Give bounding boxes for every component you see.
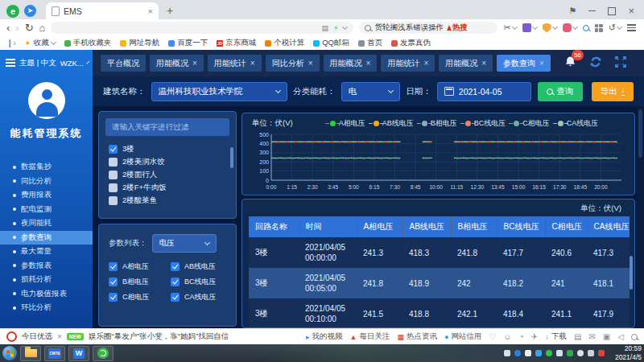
page-scrollbar[interactable]: [637, 106, 644, 328]
checkbox-icon[interactable]: [109, 158, 118, 167]
speaker-icon[interactable]: ◁: [617, 332, 624, 341]
home-icon[interactable]: ⌂: [39, 23, 46, 33]
translate-tool-icon[interactable]: [522, 23, 537, 32]
app-tab-参数查询[interactable]: 参数查询×: [497, 55, 551, 72]
circuit-item[interactable]: 2楼面行人: [99, 168, 236, 181]
browser-tab[interactable]: EMS ×: [46, 2, 159, 19]
bookmark-item[interactable]: 个税计算: [265, 38, 304, 48]
checkbox-icon[interactable]: [109, 183, 118, 192]
minimize-icon[interactable]: [588, 10, 596, 12]
screenshot-tool-icon[interactable]: ✂: [503, 23, 516, 33]
query-button[interactable]: 查询: [538, 82, 583, 101]
param-item[interactable]: C相电压: [109, 291, 171, 302]
search-box[interactable]: 货轮搁浅系错误操作 热搜: [359, 22, 497, 34]
address-dropdown-icon[interactable]: [342, 24, 348, 30]
status-item[interactable]: ▸我的视频: [306, 331, 343, 342]
checkbox-icon[interactable]: [109, 293, 118, 302]
table-row[interactable]: 3楼2021/04/0500:10:00241.5418.8242.1418.4…: [249, 298, 630, 328]
taskbar-clock[interactable]: 20:59 2021/4/5: [612, 344, 642, 361]
bookmark-item[interactable]: 发票真伪: [391, 38, 431, 48]
circuit-item[interactable]: 2楼F+牛肉饭: [99, 181, 236, 194]
game-center-icon[interactable]: [563, 23, 577, 32]
app-tab-close-icon[interactable]: ×: [250, 59, 255, 68]
checkbox-icon[interactable]: [171, 278, 180, 286]
reload-icon[interactable]: ↻: [25, 23, 34, 33]
sidebar-item-夜间能耗[interactable]: 夜间能耗: [0, 216, 93, 231]
bookmark-item[interactable]: ★收藏: [25, 38, 56, 48]
app-tab-close-icon[interactable]: ×: [539, 59, 544, 68]
tray-icon[interactable]: [546, 350, 552, 356]
app-tab-用能统计[interactable]: 用能统计×: [381, 55, 435, 72]
sidebar-item-电力极值报表[interactable]: 电力极值报表: [0, 287, 93, 302]
legend-item[interactable]: CA线电压: [558, 118, 599, 129]
ticker-close-icon[interactable]: ×: [57, 332, 62, 341]
status-item[interactable]: ▦热点资讯: [397, 331, 437, 342]
maximize-icon[interactable]: [608, 7, 616, 15]
bookmark-caret-icon[interactable]: [51, 39, 56, 45]
bookmark-item[interactable]: JD京东商城: [217, 38, 256, 48]
circuit-scrollbar[interactable]: [230, 147, 233, 168]
refresh-icon[interactable]: [589, 56, 602, 71]
history-icon[interactable]: ◔: [519, 332, 524, 341]
voltage-chart[interactable]: 01002003004005000:001:152:303:455:006:15…: [247, 130, 634, 195]
table-row[interactable]: 3楼2021/04/0500:00:00241.3418.3241.8417.7…: [249, 237, 630, 268]
window-icon[interactable]: ▣: [603, 332, 610, 341]
checkbox-icon[interactable]: [109, 145, 118, 154]
tray-icon[interactable]: [567, 350, 573, 356]
fullscreen-icon[interactable]: [615, 56, 626, 71]
sidebar-item-参数报表[interactable]: 参数报表: [0, 259, 93, 274]
taskbar-app-cmtb[interactable]: CMTB: [44, 346, 65, 361]
legend-item[interactable]: B相电压: [422, 118, 457, 129]
tray-icon[interactable]: [577, 350, 584, 356]
app-tab-用能概况[interactable]: 用能概况×: [324, 55, 378, 72]
message-icon[interactable]: ✉: [588, 332, 595, 341]
keyword-filter-input[interactable]: 请输入关键字进行过滤: [105, 118, 229, 136]
history-icon[interactable]: ↺: [609, 23, 621, 33]
tray-icon[interactable]: [535, 350, 542, 356]
tray-icon[interactable]: [588, 350, 594, 356]
legend-item[interactable]: C相电压: [514, 118, 550, 129]
taskbar-app-browser360[interactable]: [93, 346, 114, 361]
sidebar-item-数据集抄[interactable]: 数据集抄: [0, 160, 93, 175]
checkbox-icon[interactable]: [109, 262, 118, 271]
sidebar-item-参数查询[interactable]: 参数查询: [0, 231, 93, 245]
param-item[interactable]: A相电压: [109, 261, 171, 272]
bookmarks-expand-icon[interactable]: ❙›: [6, 39, 16, 47]
back-icon[interactable]: ‹: [6, 23, 10, 33]
status-item[interactable]: ●网站信用: [444, 331, 481, 342]
param-item[interactable]: B相电压: [109, 276, 171, 287]
param-item[interactable]: AB线电压: [171, 261, 233, 272]
feedback-icon[interactable]: ☺: [503, 332, 511, 341]
printer-icon[interactable]: ▤: [574, 332, 581, 341]
tray-icon[interactable]: [504, 350, 510, 356]
app-tab-用能概况[interactable]: 用能概况×: [439, 55, 493, 72]
building-select[interactable]: 温州科技职业技术学院: [151, 82, 288, 101]
sidebar-item-配电监测[interactable]: 配电监测: [0, 203, 93, 217]
export-button[interactable]: 导出 ↓: [592, 82, 634, 101]
checkbox-icon[interactable]: [171, 262, 180, 271]
app-tab-close-icon[interactable]: ×: [481, 59, 486, 68]
legend-item[interactable]: BC线电压: [465, 118, 506, 129]
news-ticker[interactable]: 娱乐圈“暴发户”张小斐，靠“她妈”找回自信: [89, 331, 229, 342]
search-query[interactable]: 货轮搁浅系错误操作: [374, 23, 444, 33]
address-bar[interactable]: ▤ ⚡: [51, 22, 353, 34]
user-dropdown-icon[interactable]: [86, 60, 89, 64]
app-tab-close-icon[interactable]: ×: [308, 59, 313, 68]
close-icon[interactable]: ×: [628, 7, 634, 15]
find-icon[interactable]: [583, 25, 589, 31]
app-tab-平台概况[interactable]: 平台概况: [101, 55, 146, 72]
start-button[interactable]: [2, 346, 17, 360]
app-tab-close-icon[interactable]: ×: [366, 59, 371, 68]
legend-item[interactable]: AB线电压: [374, 118, 414, 129]
bookmark-item[interactable]: 网址导航: [120, 38, 159, 48]
favorite-icon[interactable]: ♡: [489, 332, 496, 341]
table-row[interactable]: 3楼2021/04/0500:05:00241.8418.9242418.224…: [249, 268, 630, 298]
theme-skin-icon[interactable]: ⚑: [569, 6, 577, 16]
param-item[interactable]: BC线电压: [171, 276, 233, 287]
theme-language-label[interactable]: 主题 | 中文: [19, 58, 56, 68]
status-item[interactable]: ▲每日关注: [350, 331, 390, 342]
tray-icon[interactable]: [525, 350, 531, 356]
param-item[interactable]: CA线电压: [171, 291, 233, 302]
tray-icon[interactable]: [598, 350, 605, 356]
sidebar-collapse-icon[interactable]: [6, 59, 15, 67]
